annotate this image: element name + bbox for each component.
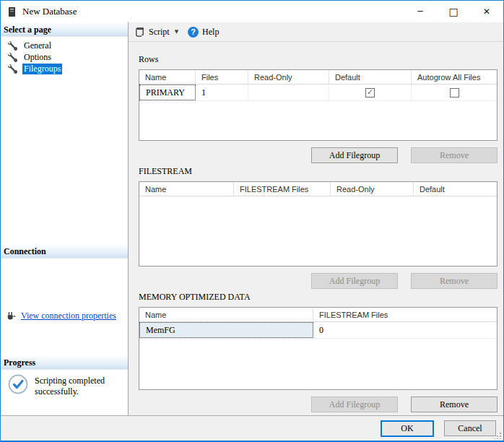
new-database-dialog: New Database ─ □ ✕ Select a page General: [0, 0, 504, 442]
rows-grid-header: Name Files Read-Only Default Autogrow Al…: [139, 70, 497, 84]
filestream-remove-button[interactable]: Remove: [411, 273, 498, 289]
minimize-button[interactable]: ─: [404, 1, 437, 22]
wrench-icon: [8, 53, 17, 62]
cell-files[interactable]: 1: [196, 84, 248, 100]
close-button[interactable]: ✕: [470, 1, 503, 22]
dialog-body: Select a page General Options: [1, 22, 503, 415]
rows-button-row: Add Filegroup Remove: [139, 147, 498, 163]
wrench-icon: [8, 64, 17, 74]
cell-autogrow: [412, 84, 497, 100]
memory-section-title: MEMORY OPTIMIZED DATA: [139, 292, 503, 303]
column-header-default[interactable]: Default: [414, 182, 497, 196]
minimize-icon: ─: [417, 6, 422, 17]
rows-grid: Name Files Read-Only Default Autogrow Al…: [139, 69, 498, 141]
rows-remove-button[interactable]: Remove: [411, 147, 498, 163]
column-header-filestream-files[interactable]: FILESTREAM Files: [234, 182, 331, 196]
cell-default: [329, 84, 412, 100]
sidebar-item-general[interactable]: General: [1, 40, 128, 51]
script-button[interactable]: Script: [149, 27, 170, 38]
close-icon: ✕: [483, 6, 490, 17]
column-header-readonly[interactable]: Read-Only: [331, 182, 414, 196]
sidebar-item-label: Filegroups: [22, 64, 62, 74]
script-dropdown-arrow-icon[interactable]: ▼: [175, 29, 178, 35]
script-icon: [134, 27, 145, 38]
database-app-icon: [7, 6, 17, 17]
filestream-grid-header: Name FILESTREAM Files Read-Only Default: [139, 182, 497, 196]
connection-link-row: View connection properties: [6, 311, 116, 321]
sidebar-item-options[interactable]: Options: [1, 51, 128, 63]
memory-grid: Name FILESTREAM Files MemFG 0: [139, 307, 498, 390]
memory-add-filegroup-button[interactable]: Add Filegroup: [311, 396, 398, 412]
view-connection-properties-link[interactable]: View connection properties: [21, 311, 116, 321]
filestream-grid-empty-area: [139, 196, 497, 266]
footer-bar: OK Cancel: [1, 415, 503, 441]
connection-header: Connection: [1, 244, 128, 259]
autogrow-checkbox[interactable]: [450, 88, 459, 98]
rows-add-filegroup-button[interactable]: Add Filegroup: [311, 147, 398, 163]
page-list: General Options Filegroups: [1, 37, 128, 74]
column-header-default[interactable]: Default: [329, 70, 412, 84]
toolbar: Script ▼ ? Help: [129, 22, 503, 42]
success-check-icon: [8, 374, 28, 394]
filestream-section-title: FILESTREAM: [139, 166, 503, 177]
column-header-files[interactable]: Files: [196, 70, 248, 84]
window-title: New Database: [22, 6, 77, 17]
column-header-autogrow[interactable]: Autogrow All Files: [412, 70, 497, 84]
filestream-button-row: Add Filegroup Remove: [139, 273, 498, 289]
table-row-primary: PRIMARY 1: [139, 84, 497, 101]
column-header-filestream-files[interactable]: FILESTREAM Files: [313, 308, 497, 321]
column-header-name[interactable]: Name: [139, 308, 313, 321]
memory-button-row: Add Filegroup Remove: [139, 396, 498, 412]
filestream-grid: Name FILESTREAM Files Read-Only Default: [139, 181, 498, 266]
memory-remove-button[interactable]: Remove: [411, 396, 498, 412]
ok-button[interactable]: OK: [381, 420, 434, 437]
cell-filestream-files[interactable]: 0: [313, 322, 497, 338]
main-panel: Script ▼ ? Help Rows Name Files Read-Onl…: [129, 22, 503, 415]
default-checkbox[interactable]: [365, 88, 375, 98]
progress-header: Progress: [1, 355, 128, 370]
resize-grip[interactable]: [495, 432, 502, 439]
memory-grid-empty-area: [139, 339, 497, 389]
cell-name[interactable]: PRIMARY: [139, 84, 196, 100]
maximize-button[interactable]: □: [437, 1, 470, 22]
maximize-icon: □: [448, 6, 458, 17]
sidebar-item-filegroups[interactable]: Filegroups: [1, 63, 128, 74]
sidebar: Select a page General Options: [1, 22, 129, 415]
window-controls: ─ □ ✕: [404, 1, 503, 22]
help-button[interactable]: Help: [202, 27, 219, 38]
rows-grid-empty-area: [139, 101, 497, 140]
memory-grid-header: Name FILESTREAM Files: [139, 308, 497, 322]
column-header-name[interactable]: Name: [139, 182, 234, 196]
sidebar-item-label: Options: [22, 52, 53, 63]
help-icon: ?: [188, 27, 199, 38]
sidebar-item-label: General: [22, 40, 53, 51]
select-a-page-header: Select a page: [1, 22, 128, 37]
table-row-memfg: MemFG 0: [139, 322, 497, 339]
titlebar: New Database ─ □ ✕: [1, 1, 503, 22]
cell-name[interactable]: MemFG: [139, 322, 313, 338]
wrench-icon: [8, 41, 17, 51]
rows-section-title: Rows: [139, 54, 503, 65]
progress-status-row: Scripting completed successfully.: [8, 374, 116, 397]
cell-readonly[interactable]: [248, 84, 329, 100]
connection-properties-icon: [6, 311, 17, 321]
column-header-name[interactable]: Name: [139, 70, 196, 84]
progress-status-text: Scripting completed successfully.: [35, 374, 116, 397]
filestream-add-filegroup-button[interactable]: Add Filegroup: [311, 273, 398, 289]
column-header-readonly[interactable]: Read-Only: [248, 70, 329, 84]
cancel-button[interactable]: Cancel: [444, 420, 496, 436]
